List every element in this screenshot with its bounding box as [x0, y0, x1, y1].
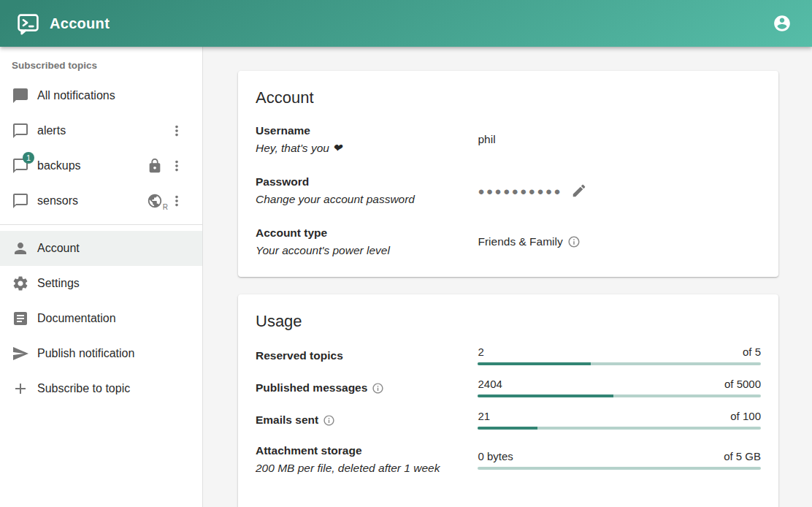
usage-label: Published messages — [256, 379, 469, 397]
sidebar: Subscribed topics All notificationsalert… — [0, 47, 203, 507]
chat-filled-icon — [12, 87, 29, 104]
nav-label: Publish notification — [37, 347, 134, 360]
nav-label: Documentation — [37, 312, 116, 325]
chat-filled-icon — [12, 87, 29, 104]
usage-label: Reserved topics — [256, 347, 469, 365]
kebab-menu-icon — [169, 158, 185, 174]
pref-value: ●●●●●●●●●● — [478, 178, 761, 203]
info-icon[interactable] — [567, 235, 581, 248]
pref-row-account-type: Account typeYour account's power levelFr… — [256, 224, 761, 259]
account-card: Account UsernameHey, that's you ❤philPas… — [238, 71, 778, 277]
sidebar-topic-sensors[interactable]: sensorsR — [0, 183, 202, 218]
usage-progress-fill — [478, 362, 591, 365]
topic-menu-button[interactable] — [169, 158, 185, 174]
pref-value: Friends & Family — [478, 235, 761, 248]
pref-label: Account type — [256, 224, 469, 242]
topic-menu-button[interactable] — [169, 123, 185, 139]
reserved-r-label: R — [163, 203, 168, 211]
chat-outline-icon — [12, 192, 29, 210]
sidebar-topic-backups[interactable]: 1backups — [0, 148, 202, 183]
usage-row-attachment-storage: Attachment storage200 MB per file, delet… — [256, 442, 761, 477]
globe-icon — [147, 193, 163, 209]
account-circle-icon — [773, 14, 792, 33]
page-title: Account — [50, 15, 110, 32]
app-bar: Account — [0, 0, 812, 47]
usage-limit: of 5000 — [724, 378, 761, 390]
usage-label-text: Attachment storage — [256, 444, 362, 457]
topic-list: All notificationsalerts1backupssensorsR — [0, 78, 202, 218]
pref-value-text: Friends & Family — [478, 235, 562, 248]
lock-icon — [147, 158, 163, 174]
sidebar-item-settings[interactable]: Settings — [0, 266, 202, 301]
kebab-menu-icon — [169, 123, 185, 139]
pref-value: phil — [478, 133, 761, 146]
pref-sublabel: Hey, that's you ❤ — [256, 140, 469, 157]
usage-value: 2404 — [478, 378, 502, 390]
topic-label: alerts — [37, 124, 66, 137]
plus-icon — [12, 380, 29, 397]
nav-label: Subscribe to topic — [37, 382, 130, 395]
pref-label: Password — [256, 173, 469, 191]
lock-icon — [147, 158, 163, 174]
sidebar-item-subscribe-to-topic[interactable]: Subscribe to topic — [0, 371, 202, 406]
usage-label: Emails sent — [256, 411, 469, 429]
usage-sublabel: 200 MB per file, deleted after 1 week — [256, 460, 469, 477]
topic-label: backups — [37, 159, 81, 172]
usage-limit: of 5 GB — [724, 450, 761, 462]
usage-row-published-messages: Published messages2404of 5000 — [256, 378, 761, 397]
info-icon[interactable] — [372, 382, 384, 394]
pref-sublabel: Change your account password — [256, 191, 469, 208]
account-card-title: Account — [256, 88, 761, 107]
masked-password-value: ●●●●●●●●●● — [478, 185, 562, 197]
edit-pencil-icon — [571, 183, 587, 199]
info-icon — [372, 382, 384, 394]
send-icon — [12, 345, 29, 362]
usage-progress-fill — [478, 427, 537, 430]
unread-count-badge: 1 — [23, 152, 34, 164]
edit-password-button[interactable] — [567, 178, 591, 203]
sidebar-item-documentation[interactable]: Documentation — [0, 301, 202, 336]
usage-progress-bar — [478, 427, 761, 430]
person-icon — [12, 240, 29, 257]
pref-value-text: phil — [478, 133, 495, 146]
sidebar-topic-alerts[interactable]: alerts — [0, 113, 202, 148]
sidebar-divider — [0, 224, 202, 225]
nav-label: Settings — [37, 277, 80, 290]
article-icon — [12, 310, 29, 327]
main-content: Account UsernameHey, that's you ❤philPas… — [203, 47, 812, 507]
article-icon — [12, 310, 29, 327]
chat-outline-icon: 1 — [12, 157, 29, 175]
topic-menu-button[interactable] — [169, 193, 185, 209]
chat-outline-icon — [12, 122, 29, 140]
pref-row-password: PasswordChange your account password●●●●… — [256, 173, 761, 208]
usage-limit: of 5 — [743, 346, 761, 358]
topic-label: All notifications — [37, 89, 115, 102]
nav-label: Account — [37, 242, 80, 255]
usage-progress-bar — [478, 362, 761, 365]
usage-value: 0 bytes — [478, 450, 513, 462]
info-icon — [323, 414, 335, 427]
usage-progress-bar — [478, 467, 761, 470]
reserved-globe-icon: R — [147, 193, 163, 209]
usage-label-text: Published messages — [256, 381, 367, 394]
pref-label: Username — [256, 122, 469, 140]
person-icon — [12, 240, 29, 257]
usage-limit: of 100 — [730, 410, 761, 422]
plus-icon — [12, 380, 29, 397]
sidebar-item-account[interactable]: Account — [0, 231, 202, 266]
sidebar-topic-all-notifications[interactable]: All notifications — [0, 78, 202, 113]
chat-outline-icon — [12, 122, 29, 140]
ntfy-logo-icon — [16, 12, 40, 36]
usage-card: Usage Reserved topics2of 5Published mess… — [238, 294, 778, 507]
sidebar-item-publish-notification[interactable]: Publish notification — [0, 336, 202, 371]
topic-label: sensors — [37, 194, 78, 207]
gear-icon — [12, 275, 29, 292]
usage-row-reserved-topics: Reserved topics2of 5 — [256, 346, 761, 365]
send-icon — [12, 345, 29, 362]
usage-label: Attachment storage — [256, 442, 469, 460]
account-circle-button[interactable] — [768, 9, 796, 37]
usage-value: 2 — [478, 346, 483, 358]
info-icon[interactable] — [323, 414, 335, 427]
chat-outline-icon — [12, 192, 29, 210]
gear-icon — [12, 275, 29, 292]
